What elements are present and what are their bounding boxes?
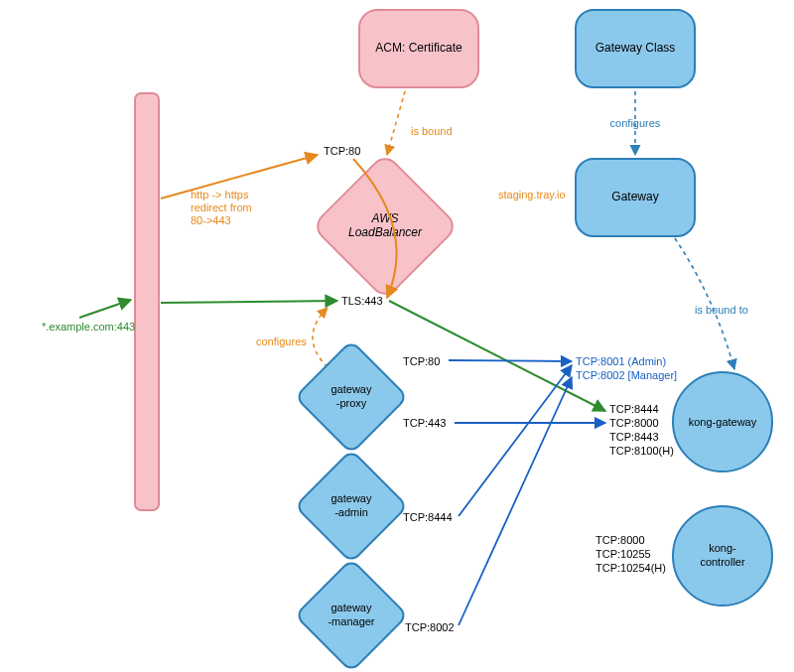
svg-text:ACM: Certificate: ACM: Certificate xyxy=(375,41,463,55)
staging-label: staging.tray.io xyxy=(498,189,566,201)
lb-port-tls443: TLS:443 xyxy=(341,295,383,307)
svg-text:-proxy: -proxy xyxy=(336,397,367,409)
kong-controller-node: kong- controller xyxy=(673,506,772,605)
lb-port-tcp80: TCP:80 xyxy=(324,145,360,157)
svg-text:AWS: AWS xyxy=(370,211,398,225)
kc-port-10254: TCP:10254(H) xyxy=(596,562,666,574)
edge-configures-lb xyxy=(313,308,328,367)
svg-text:Gateway: Gateway xyxy=(611,190,658,203)
gateway-node: Gateway xyxy=(576,159,695,236)
edge-proxy80-to-8001 xyxy=(449,360,572,361)
edge-is-bound-cert xyxy=(387,91,405,155)
svg-text:-manager: -manager xyxy=(328,615,374,627)
admin-port-tcp8444: TCP:8444 xyxy=(403,511,453,523)
acm-certificate-node: ACM: Certificate xyxy=(359,10,478,87)
gateway-proxy-node: gateway -proxy xyxy=(295,340,407,453)
svg-text:LoadBalancer: LoadBalancer xyxy=(348,225,423,239)
label-is-bound: is bound xyxy=(411,125,453,137)
gateway-manager-node: gateway -manager xyxy=(295,559,407,671)
kc-port-10255: TCP:10255 xyxy=(596,548,651,560)
aws-loadbalancer-node: AWS LoadBalancer xyxy=(312,153,458,299)
label-configures-gw: configures xyxy=(610,117,661,129)
svg-text:Gateway Class: Gateway Class xyxy=(596,41,676,55)
ingress-bar xyxy=(135,93,159,510)
edge-bar-to-tls443 xyxy=(161,301,337,303)
label-configures-lb: configures xyxy=(256,336,307,347)
kc-port-8000: TCP:8000 xyxy=(596,534,645,546)
label-is-bound-to: is bound to xyxy=(695,304,748,316)
svg-text:-admin: -admin xyxy=(334,506,368,518)
kg-port-8000: TCP:8000 xyxy=(609,417,659,429)
label-http-redirect: http -> https redirect from 80->443 xyxy=(191,189,255,226)
svg-text:kong-: kong- xyxy=(709,542,736,554)
kg-port-8100: TCP:8100(H) xyxy=(609,445,674,457)
kong-gateway-node: kong-gateway xyxy=(673,372,772,471)
svg-text:gateway: gateway xyxy=(331,383,372,395)
ingress-arrow xyxy=(79,300,131,318)
edge-admin-to-8001 xyxy=(459,365,572,516)
proxy-port-tcp80: TCP:80 xyxy=(403,355,440,367)
kg-port-8001: TCP:8001 (Admin) xyxy=(576,355,666,367)
svg-text:kong-gateway: kong-gateway xyxy=(689,416,757,428)
svg-text:gateway: gateway xyxy=(331,492,372,504)
kg-port-8002: TCP:8002 [Manager] xyxy=(576,369,677,381)
edge-manager-to-8002 xyxy=(459,377,572,625)
manager-port-tcp8002: TCP:8002 xyxy=(405,621,455,633)
gateway-admin-node: gateway -admin xyxy=(295,450,407,562)
svg-text:controller: controller xyxy=(700,556,745,568)
svg-text:gateway: gateway xyxy=(331,602,372,613)
gateway-class-node: Gateway Class xyxy=(576,10,695,87)
ingress-label: *.example.com:443 xyxy=(42,321,135,333)
kg-port-8443: TCP:8443 xyxy=(609,431,659,443)
kg-port-8444: TCP:8444 xyxy=(609,403,659,415)
proxy-port-tcp443: TCP:443 xyxy=(403,417,446,429)
